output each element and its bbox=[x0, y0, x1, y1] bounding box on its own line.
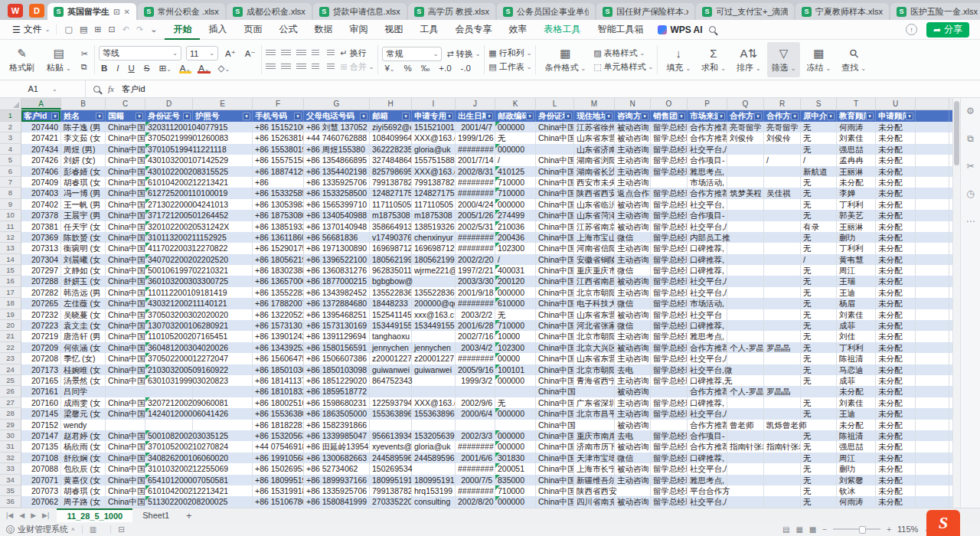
cell[interactable]: +86 13901242 bbox=[253, 331, 304, 342]
cell[interactable]: 主动咨询 bbox=[615, 331, 651, 342]
cell[interactable]: 000000 bbox=[495, 122, 536, 132]
cell[interactable]: 亮哥留学 bbox=[764, 122, 801, 132]
cell[interactable]: 207152 bbox=[21, 420, 61, 430]
cell[interactable]: +86 18182281 bbox=[253, 420, 304, 430]
header-cell[interactable]: 申请专用▾ bbox=[412, 110, 456, 122]
cell[interactable]: China中国 bbox=[536, 331, 574, 342]
cell[interactable]: China中国 bbox=[106, 276, 145, 286]
file-tab[interactable]: S贷款申请信息.xlsx bbox=[313, 3, 407, 20]
cell[interactable]: 无 bbox=[801, 232, 837, 243]
cell[interactable]: +86 15332585 bbox=[253, 188, 304, 198]
cell[interactable]: 被动咨询 bbox=[615, 441, 651, 452]
row-number[interactable]: 23 bbox=[0, 353, 21, 364]
cell[interactable]: +86 56681836 bbox=[304, 232, 370, 243]
cell[interactable] bbox=[727, 265, 764, 276]
cell[interactable]: 合作方推荐 bbox=[688, 342, 727, 353]
cell[interactable]: 无 bbox=[801, 485, 837, 496]
cell[interactable]: +86 17882007 bbox=[253, 298, 304, 309]
cell[interactable]: 2002/2/20 bbox=[456, 254, 495, 265]
cell[interactable]: 孟冉冉 bbox=[837, 155, 876, 165]
cell[interactable]: 207147 bbox=[21, 430, 61, 441]
cell[interactable]: China中国 bbox=[106, 331, 145, 342]
cell[interactable]: 270335220 bbox=[370, 496, 412, 507]
cell[interactable]: +86 15290175 bbox=[253, 243, 304, 253]
cell[interactable]: 雅思考点, bbox=[688, 475, 727, 485]
cell[interactable]: 610104200212213421 bbox=[145, 485, 193, 496]
cell[interactable]: 未分配 bbox=[876, 155, 916, 165]
cell[interactable]: 刘素佳 bbox=[837, 132, 876, 143]
cell[interactable]: China中国 bbox=[106, 221, 145, 232]
cell[interactable]: 2001/7/14 bbox=[456, 155, 495, 165]
cell[interactable]: China中国 bbox=[536, 309, 574, 320]
cell[interactable] bbox=[764, 309, 801, 320]
normal-view-icon[interactable]: ▤ bbox=[782, 525, 789, 534]
cell[interactable]: ######## bbox=[456, 463, 495, 474]
cell[interactable]: China中国 bbox=[536, 453, 574, 463]
cell[interactable]: 主动咨询 bbox=[615, 177, 651, 188]
cell[interactable]: 指南针张老 bbox=[764, 441, 801, 452]
cell[interactable]: 去电 bbox=[615, 364, 651, 375]
cell[interactable]: 244589596 bbox=[412, 453, 456, 463]
cell[interactable]: China中国 bbox=[106, 210, 145, 221]
cell[interactable]: 2003/3/30 bbox=[456, 276, 495, 286]
cell[interactable]: +86 18141137 bbox=[253, 375, 304, 386]
cell[interactable] bbox=[727, 496, 764, 507]
cell[interactable]: 18448233 bbox=[370, 298, 412, 309]
cell[interactable]: 207108 bbox=[21, 453, 61, 463]
cell[interactable]: 400031 bbox=[495, 265, 536, 276]
cell[interactable]: z20001227 bbox=[412, 353, 456, 364]
cell[interactable]: +86 18302388 bbox=[253, 265, 304, 276]
cell[interactable] bbox=[916, 287, 949, 298]
cell[interactable]: 207062 bbox=[21, 496, 61, 507]
cell[interactable]: 蒯玏 bbox=[837, 463, 876, 474]
cell[interactable]: XXX@163.c bbox=[412, 397, 456, 408]
cell[interactable] bbox=[916, 276, 949, 286]
cell[interactable] bbox=[764, 177, 801, 188]
header-cell[interactable]: 姓名▾ bbox=[61, 110, 106, 122]
cell[interactable]: 社交平台 bbox=[688, 309, 727, 320]
row-number[interactable]: 12 bbox=[0, 232, 21, 243]
cell[interactable]: 153449155 bbox=[370, 320, 412, 331]
cell[interactable]: 无 bbox=[801, 243, 837, 253]
settings-icon[interactable]: ⚙ bbox=[966, 106, 975, 116]
cell[interactable] bbox=[916, 188, 949, 198]
worksheet-button[interactable]: ▤工作表⌄ bbox=[488, 61, 531, 73]
cell[interactable]: 留学总经理 bbox=[651, 485, 688, 496]
cell[interactable]: +86 1335925706 bbox=[304, 485, 370, 496]
page-break-icon[interactable]: ▩ bbox=[809, 525, 816, 534]
sort-button[interactable]: A⇅排序 ⌄ bbox=[732, 42, 766, 77]
cell[interactable]: 湖南省浏阳 bbox=[574, 155, 615, 165]
cell[interactable]: XXX@163.c bbox=[412, 166, 456, 177]
cell[interactable]: +86 52734062 bbox=[304, 463, 370, 474]
cell[interactable] bbox=[916, 309, 949, 320]
file-tab[interactable]: S成都公积金.xlsx bbox=[227, 3, 312, 20]
cell[interactable]: China中国 bbox=[106, 287, 145, 298]
cell[interactable]: bgbgbow@ bbox=[370, 276, 412, 286]
cell[interactable]: 主动咨询 bbox=[615, 144, 651, 155]
cell[interactable]: 340702200202202520 bbox=[145, 254, 193, 265]
cell[interactable]: jennychen bbox=[370, 342, 412, 353]
cell[interactable]: 2002/3/3 bbox=[456, 430, 495, 441]
cell[interactable]: 被动咨询 bbox=[615, 276, 651, 286]
cell[interactable]: 马恋迪 bbox=[837, 364, 876, 375]
cell[interactable] bbox=[727, 309, 764, 320]
underline-button[interactable]: U bbox=[126, 64, 137, 73]
filter-dropdown-icon[interactable]: ▾ bbox=[827, 113, 835, 120]
cell[interactable]: 口碑推荐,无 bbox=[688, 375, 727, 386]
row-number[interactable]: 29 bbox=[0, 420, 21, 430]
cell[interactable] bbox=[764, 166, 801, 177]
cell[interactable]: 社交平台,微 bbox=[688, 364, 727, 375]
row-number[interactable]: 31 bbox=[0, 441, 21, 452]
cell[interactable]: 835000 bbox=[495, 475, 536, 485]
tab-插入[interactable]: 插入 bbox=[200, 20, 235, 40]
cell[interactable]: China中国 bbox=[106, 342, 145, 353]
cell[interactable]: 153449155 bbox=[412, 320, 456, 331]
distribute-icon[interactable] bbox=[327, 64, 335, 70]
cell[interactable] bbox=[764, 463, 801, 474]
col-letter[interactable]: L bbox=[536, 98, 574, 109]
cell[interactable]: 留学总经理 bbox=[651, 188, 688, 198]
cell[interactable]: +86 15606475 bbox=[253, 353, 304, 364]
col-letter[interactable]: Q bbox=[727, 98, 764, 109]
docer-logo-icon[interactable]: D bbox=[29, 4, 44, 18]
cell[interactable]: 10000 bbox=[495, 331, 536, 342]
